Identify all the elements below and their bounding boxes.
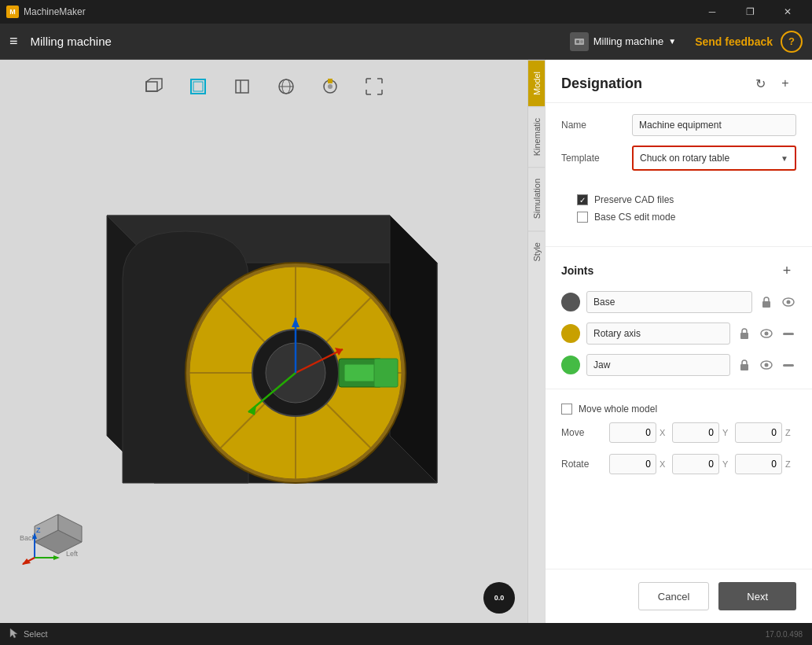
lock-icon-rotary-axis[interactable] bbox=[737, 326, 752, 341]
add-item-button[interactable]: + bbox=[774, 72, 796, 94]
base-cs-label: Base CS edit mode bbox=[594, 212, 675, 223]
svg-rect-1 bbox=[576, 40, 579, 43]
cursor-icon bbox=[9, 628, 19, 640]
svg-rect-58 bbox=[740, 333, 748, 339]
add-joint-button[interactable]: + bbox=[777, 261, 796, 280]
target-view-icon[interactable] bbox=[314, 71, 346, 102]
move-model-row: Move whole model bbox=[546, 396, 812, 419]
lock-icon-base[interactable] bbox=[759, 294, 774, 310]
side-tab-kinematic[interactable]: Kinematic bbox=[528, 106, 545, 167]
side-tab-simulation[interactable]: Simulation bbox=[528, 167, 545, 230]
machine-selector[interactable]: Milling machine ▼ bbox=[570, 32, 677, 51]
y-axis-label: Y bbox=[722, 428, 732, 437]
preserve-cad-checkbox[interactable] bbox=[577, 194, 588, 205]
move-input-group: X Y Z bbox=[609, 422, 796, 443]
front-view-icon[interactable] bbox=[182, 71, 214, 102]
eye-icon-base[interactable] bbox=[781, 294, 796, 310]
name-row: Name bbox=[561, 114, 796, 136]
machine-dropdown-arrow[interactable]: ▼ bbox=[668, 37, 676, 46]
svg-rect-6 bbox=[193, 82, 203, 91]
cancel-button[interactable]: Cancel bbox=[638, 582, 709, 610]
panel-title: Designation bbox=[561, 76, 746, 92]
restore-button[interactable]: ❐ bbox=[732, 0, 768, 24]
joint-color-jaw[interactable] bbox=[561, 356, 580, 374]
svg-marker-4 bbox=[146, 79, 162, 91]
ry-axis-label: Y bbox=[722, 459, 732, 469]
remove-joint-button-rotary-axis[interactable] bbox=[781, 326, 796, 341]
panel-footer: Cancel Next bbox=[546, 569, 812, 623]
svg-rect-55 bbox=[762, 301, 770, 308]
eye-icon-jaw[interactable] bbox=[759, 357, 774, 373]
base-cs-checkbox[interactable] bbox=[577, 212, 588, 223]
template-select-wrapper: Chuck on rotary tableStandard chuckRotar… bbox=[632, 146, 796, 171]
lock-icon-jaw[interactable] bbox=[737, 357, 752, 373]
svg-marker-7 bbox=[236, 80, 248, 93]
name-input[interactable] bbox=[632, 114, 796, 136]
close-button[interactable]: ✕ bbox=[770, 0, 806, 24]
svg-rect-61 bbox=[783, 333, 794, 335]
move-y-input[interactable] bbox=[672, 422, 719, 443]
template-select[interactable]: Chuck on rotary tableStandard chuckRotar… bbox=[634, 147, 795, 169]
main-area: Back Left Z 0.0 ModelKinematicSimulation… bbox=[0, 60, 812, 623]
svg-point-57 bbox=[787, 300, 791, 304]
move-label: Move bbox=[561, 427, 604, 438]
svg-marker-54 bbox=[22, 558, 31, 565]
rotate-x-input[interactable] bbox=[609, 454, 656, 474]
coordinate-display: 0.0 bbox=[483, 582, 515, 614]
svg-point-64 bbox=[765, 363, 769, 367]
svg-marker-52 bbox=[53, 555, 60, 560]
menubar: ≡ Milling machine Milling machine ▼ Send… bbox=[0, 24, 812, 60]
top-view-icon[interactable] bbox=[270, 71, 302, 102]
rotate-z-input[interactable] bbox=[735, 454, 782, 474]
viewport[interactable]: Back Left Z 0.0 bbox=[0, 60, 527, 623]
svg-rect-35 bbox=[344, 364, 376, 381]
side-view-icon[interactable] bbox=[226, 71, 258, 102]
template-label: Template bbox=[561, 153, 624, 164]
rz-axis-label: Z bbox=[785, 459, 795, 469]
preserve-cad-label: Preserve CAD files bbox=[594, 194, 674, 205]
joint-color-base[interactable] bbox=[561, 293, 580, 311]
svg-point-2 bbox=[580, 40, 583, 43]
z-axis-label: Z bbox=[785, 428, 795, 437]
base-cs-row: Base CS edit mode bbox=[561, 212, 796, 223]
move-z-input[interactable] bbox=[735, 422, 782, 443]
side-tab-style[interactable]: Style bbox=[528, 230, 545, 272]
panel-header: Designation ↻ + bbox=[546, 60, 812, 103]
side-tab-model[interactable]: Model bbox=[528, 60, 545, 106]
perspective-view-icon[interactable] bbox=[138, 71, 170, 102]
joint-color-rotary-axis[interactable] bbox=[561, 324, 580, 343]
template-row: Template Chuck on rotary tableStandard c… bbox=[561, 146, 796, 171]
move-x-input[interactable] bbox=[609, 422, 656, 443]
view-toolbar bbox=[0, 71, 527, 102]
remove-joint-button-jaw[interactable] bbox=[781, 357, 796, 373]
machine-icon bbox=[570, 32, 589, 51]
next-button[interactable]: Next bbox=[718, 582, 796, 610]
select-label: Select bbox=[24, 629, 48, 639]
joints-section-header: Joints + bbox=[546, 253, 812, 288]
eye-icon-rotary-axis[interactable] bbox=[759, 326, 774, 341]
move-transform-row: Move X Y Z bbox=[546, 419, 812, 446]
feedback-button[interactable]: Send feedback bbox=[695, 35, 773, 48]
preserve-cad-row: Preserve CAD files bbox=[561, 194, 796, 205]
rotate-y-input[interactable] bbox=[672, 454, 719, 474]
axes-indicator: Back Left Z bbox=[19, 503, 90, 568]
refresh-button[interactable]: ↻ bbox=[749, 72, 771, 94]
hamburger-menu[interactable]: ≡ bbox=[9, 33, 18, 50]
machine-name: Milling machine bbox=[593, 35, 664, 47]
version-label: 17.0.0.498 bbox=[766, 630, 803, 639]
svg-point-60 bbox=[765, 332, 769, 336]
joint-name-input-jaw[interactable] bbox=[586, 354, 730, 376]
joint-name-input-base[interactable] bbox=[586, 291, 752, 313]
help-button[interactable]: ? bbox=[781, 31, 803, 53]
svg-rect-36 bbox=[374, 359, 398, 387]
svg-marker-66 bbox=[10, 628, 17, 638]
svg-rect-3 bbox=[146, 82, 157, 91]
joint-row-jaw bbox=[546, 351, 812, 379]
move-model-checkbox[interactable] bbox=[561, 404, 572, 415]
joint-name-input-rotary-axis[interactable] bbox=[586, 322, 730, 345]
app-name-label: Milling machine bbox=[31, 35, 570, 48]
joints-title: Joints bbox=[561, 264, 777, 277]
options-section: Preserve CAD files Base CS edit mode bbox=[546, 191, 812, 240]
fit-view-icon[interactable] bbox=[358, 71, 390, 102]
minimize-button[interactable]: ─ bbox=[694, 0, 730, 24]
